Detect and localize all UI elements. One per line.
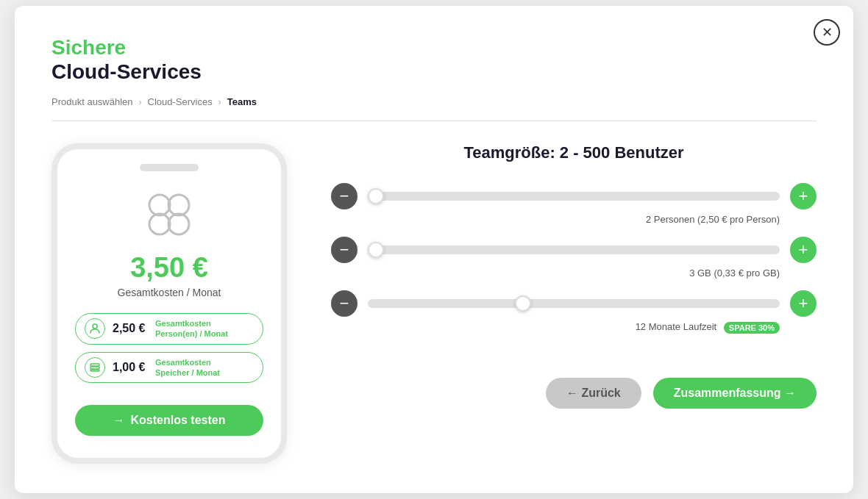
- summary-label: Zusammenfassung →: [674, 387, 796, 400]
- persons-slider-track[interactable]: [368, 192, 780, 201]
- storage-slider-row: − +: [331, 237, 817, 263]
- phone-persons-row: 2,50 € Gesamtkosten Person(en) / Monat: [75, 313, 263, 345]
- breadcrumb-item-1: Produkt auswählen: [51, 96, 133, 107]
- breadcrumb-item-3: Teams: [227, 96, 257, 107]
- persons-slider-thumb[interactable]: [368, 188, 384, 204]
- modal: ✕ Sichere Cloud-Services Produkt auswähl…: [15, 6, 853, 493]
- phone-price: 3,50 €: [130, 252, 208, 284]
- storage-slider-thumb[interactable]: [368, 242, 384, 258]
- storage-minus-button[interactable]: −: [331, 237, 357, 263]
- persons-plus-button[interactable]: +: [790, 183, 817, 209]
- svg-point-1: [168, 195, 189, 215]
- main-content: 3,50 € Gesamtkosten / Monat 2,50 € Gesam…: [51, 143, 817, 464]
- phone-mockup: 3,50 € Gesamtkosten / Monat 2,50 € Gesam…: [51, 143, 287, 464]
- svg-point-4: [93, 324, 97, 329]
- storage-price: 1,00 €: [113, 361, 148, 374]
- svg-point-3: [168, 214, 189, 234]
- duration-slider-thumb[interactable]: [515, 295, 531, 312]
- bottom-bar: ← Zurück Zusammenfassung →: [331, 378, 817, 409]
- arrow-icon: →: [113, 414, 125, 427]
- duration-minus-button[interactable]: −: [331, 290, 357, 317]
- divider: [51, 121, 817, 121]
- summary-button[interactable]: Zusammenfassung →: [653, 378, 817, 409]
- duration-slider-label: 12 Monate Laufzeit SPARE 30%: [331, 321, 817, 334]
- storage-icon: [85, 357, 105, 378]
- duration-plus-button[interactable]: +: [790, 290, 817, 317]
- phone-notch: [140, 164, 199, 171]
- persons-minus-button[interactable]: −: [331, 183, 357, 209]
- duration-slider-track[interactable]: [368, 299, 780, 308]
- breadcrumb: Produkt auswählen › Cloud-Services › Tea…: [51, 96, 817, 107]
- phone-app-icon: [143, 189, 195, 240]
- svg-rect-5: [90, 364, 99, 366]
- storage-label: Gesamtkosten Speicher / Monat: [155, 357, 220, 378]
- persons-label: Gesamtkosten Person(en) / Monat: [155, 318, 228, 340]
- breadcrumb-sep-2: ›: [218, 97, 221, 107]
- back-label: ← Zurück: [566, 387, 621, 400]
- kostenlos-testen-button[interactable]: → Kostenlos testen: [75, 405, 263, 436]
- header-title: Sichere Cloud-Services: [51, 35, 817, 85]
- breadcrumb-item-2: Cloud-Services: [148, 96, 213, 107]
- back-button[interactable]: ← Zurück: [546, 378, 641, 409]
- cta-label: Kostenlos testen: [131, 414, 226, 427]
- persons-slider-label: 2 Personen (2,50 € pro Person): [331, 214, 817, 225]
- duration-slider-row: − +: [331, 290, 817, 317]
- storage-plus-button[interactable]: +: [790, 237, 817, 263]
- close-button[interactable]: ✕: [814, 19, 840, 46]
- phone-storage-row: 1,00 € Gesamtkosten Speicher / Monat: [75, 352, 263, 384]
- title-dark: Cloud-Services: [51, 60, 817, 85]
- svg-point-2: [149, 214, 170, 234]
- svg-point-0: [149, 195, 170, 215]
- svg-rect-6: [90, 367, 99, 369]
- phone-subtitle: Gesamtkosten / Monat: [118, 287, 221, 298]
- breadcrumb-sep-1: ›: [139, 97, 142, 107]
- title-green: Sichere: [51, 35, 817, 60]
- persons-slider-row: − +: [331, 183, 817, 209]
- spare-badge: SPARE 30%: [724, 322, 780, 334]
- close-icon: ✕: [822, 24, 833, 40]
- right-panel: Teamgröße: 2 - 500 Benutzer − + 2 Person…: [331, 143, 817, 409]
- persons-price: 2,50 €: [113, 322, 148, 335]
- person-icon: [85, 318, 105, 339]
- storage-slider-track[interactable]: [368, 245, 780, 254]
- team-size-title: Teamgröße: 2 - 500 Benutzer: [331, 143, 817, 162]
- storage-slider-label: 3 GB (0,33 € pro GB): [331, 268, 817, 279]
- svg-rect-7: [90, 370, 99, 371]
